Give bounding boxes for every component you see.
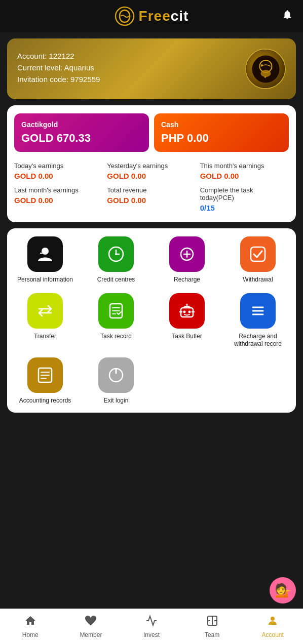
svg-point-18: [188, 310, 191, 313]
nav-item-invest[interactable]: Invest: [121, 609, 182, 644]
icon-label-task-record: Task record: [100, 333, 132, 341]
yesterday-earnings: Yesterday's earnings GOLD 0.00: [107, 162, 196, 180]
nav-icon-home: [24, 615, 36, 630]
icon-item-task-butler[interactable]: Task Butler: [154, 293, 220, 348]
icon-label-transfer: Transfer: [34, 333, 56, 341]
nav-icon-team: [206, 615, 218, 630]
nav-label-team: Team: [205, 631, 219, 638]
icon-box-task-record: [98, 293, 134, 329]
icon-item-withdrawal[interactable]: Withdrawal: [225, 236, 291, 284]
icon-label-accounting-records: Accounting records: [19, 397, 71, 405]
avatar-image: ✦: [246, 50, 285, 88]
icon-item-recharge[interactable]: Recharge: [154, 236, 220, 284]
icon-label-recharge: Recharge: [174, 276, 200, 284]
svg-rect-12: [251, 247, 265, 261]
gold-card-title: Gactikgold: [21, 120, 142, 129]
icon-label-recharge-withdrawal-record: Recharge and withdrawal record: [225, 333, 291, 348]
icon-item-exit-login[interactable]: Exit login: [83, 357, 149, 405]
icon-box-withdrawal: [240, 236, 276, 272]
notification-bell-icon[interactable]: [282, 9, 293, 23]
avatar-icon: ✦: [252, 55, 280, 83]
logo: Freecit: [115, 6, 189, 26]
account-id: Account: 122122: [17, 52, 100, 60]
complete-task-value: 0/15: [200, 204, 289, 212]
total-revenue-value: GOLD 0.00: [107, 196, 196, 205]
nav-label-invest: Invest: [143, 631, 160, 638]
total-revenue: Total revenue GOLD 0.00: [107, 186, 196, 212]
profile-card: Account: 122122 Current level: Aquarius …: [7, 38, 296, 99]
last-month-earnings-value: GOLD 0.00: [14, 196, 103, 205]
icon-grid: Personal information Credit centres Rech…: [7, 228, 296, 413]
this-month-earnings-label: This month's earnings: [200, 162, 289, 170]
icon-label-task-butler: Task Butler: [172, 333, 202, 341]
svg-point-17: [183, 310, 186, 313]
today-earnings-label: Today's earnings: [14, 162, 103, 170]
app-header: Freecit: [0, 0, 303, 32]
nav-label-member: Member: [80, 631, 102, 638]
nav-item-home[interactable]: Home: [0, 609, 61, 644]
svg-point-22: [186, 303, 188, 305]
icon-item-personal-information[interactable]: Personal information: [12, 236, 78, 284]
cash-card-title: Cash: [161, 120, 282, 129]
gold-balance-card: Gactikgold GOLD 670.33: [14, 113, 149, 152]
avatar: ✦: [245, 49, 286, 89]
nav-icon-invest: [145, 615, 158, 630]
icon-label-credit-centres: Credit centres: [97, 276, 135, 284]
yesterday-earnings-label: Yesterday's earnings: [107, 162, 196, 170]
svg-point-4: [261, 64, 263, 66]
icon-box-exit-login: [98, 357, 134, 393]
nav-item-account[interactable]: Account: [242, 609, 303, 644]
support-button[interactable]: 💁: [270, 577, 296, 603]
yesterday-earnings-value: GOLD 0.00: [107, 172, 196, 180]
icon-label-withdrawal: Withdrawal: [243, 276, 273, 284]
bottom-nav: Home Member Invest Team Account: [0, 609, 303, 644]
gold-card-value: GOLD 670.33: [21, 132, 142, 145]
cash-balance-card: Cash PHP 0.00: [154, 113, 289, 152]
main-section: Gactikgold GOLD 670.33 Cash PHP 0.00 Tod…: [7, 105, 296, 222]
icon-item-task-record[interactable]: Task record: [83, 293, 149, 348]
icon-item-recharge-withdrawal-record[interactable]: Recharge and withdrawal record: [225, 293, 291, 348]
icon-item-accounting-records[interactable]: Accounting records: [12, 357, 78, 405]
this-month-earnings-value: GOLD 0.00: [200, 172, 289, 180]
svg-point-34: [271, 617, 275, 621]
icon-label-exit-login: Exit login: [104, 397, 129, 405]
nav-item-team[interactable]: Team: [182, 609, 243, 644]
profile-info: Account: 122122 Current level: Aquarius …: [17, 52, 100, 87]
today-earnings: Today's earnings GOLD 0.00: [14, 162, 103, 180]
icon-box-task-butler: [169, 293, 205, 329]
nav-label-home: Home: [22, 631, 39, 638]
total-revenue-label: Total revenue: [107, 186, 196, 194]
nav-icon-account: [267, 615, 279, 630]
icon-item-transfer[interactable]: Transfer: [12, 293, 78, 348]
complete-task-label: Complete the task today(PCE): [200, 186, 289, 202]
svg-point-9: [115, 253, 117, 255]
nav-item-member[interactable]: Member: [61, 609, 122, 644]
cash-card-value: PHP 0.00: [161, 132, 282, 145]
this-month-earnings: This month's earnings GOLD 0.00: [200, 162, 289, 180]
icon-box-recharge: [169, 236, 205, 272]
nav-icon-member: [85, 615, 97, 630]
today-earnings-value: GOLD 0.00: [14, 172, 103, 180]
nav-label-account: Account: [261, 631, 283, 638]
icon-box-accounting-records: [27, 357, 63, 393]
last-month-earnings: Last month's earnings GOLD 0.00: [14, 186, 103, 212]
balance-cards: Gactikgold GOLD 670.33 Cash PHP 0.00: [14, 113, 289, 152]
logo-symbol-icon: [115, 6, 135, 26]
icon-box-recharge-withdrawal-record: [240, 293, 276, 329]
logo-text: Freecit: [139, 8, 189, 24]
current-level: Current level: Aquarius: [17, 63, 100, 72]
earnings-grid: Today's earnings GOLD 0.00 Yesterday's e…: [14, 162, 289, 212]
icon-label-personal-information: Personal information: [17, 276, 73, 284]
svg-text:✦: ✦: [263, 75, 267, 79]
complete-task: Complete the task today(PCE) 0/15: [200, 186, 289, 212]
icon-box-personal-information: [27, 236, 63, 272]
icon-box-credit-centres: [98, 236, 134, 272]
last-month-earnings-label: Last month's earnings: [14, 186, 103, 194]
invitation-code: Invitation code: 9792559: [17, 75, 100, 84]
icon-box-transfer: [27, 293, 63, 329]
icon-item-credit-centres[interactable]: Credit centres: [83, 236, 149, 284]
